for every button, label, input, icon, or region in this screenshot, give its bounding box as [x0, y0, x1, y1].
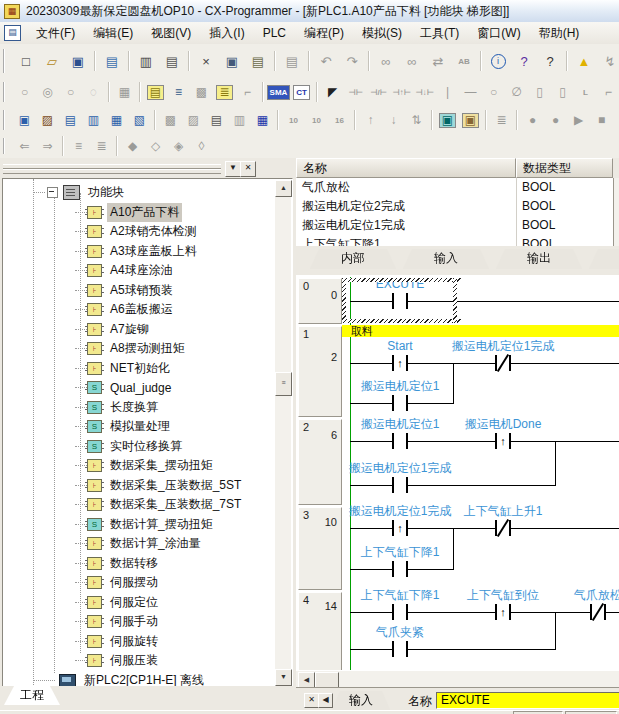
program-check-icon[interactable]: ↯: [598, 49, 619, 73]
collapse-icon[interactable]: [47, 187, 58, 198]
grid-icon[interactable]: ▦: [114, 82, 135, 103]
column-header-datatype[interactable]: 数据类型: [516, 158, 613, 178]
set-value-icon[interactable]: ↑: [360, 110, 381, 131]
save-icon[interactable]: ▣: [66, 49, 90, 73]
monitor-signed-decimal-icon[interactable]: 10: [306, 110, 327, 131]
rung-comment-bar[interactable]: 取料: [342, 325, 619, 337]
block-comment-icon[interactable]: ≡: [68, 136, 89, 157]
column-header-name[interactable]: 名称: [296, 158, 516, 178]
menu-工具T[interactable]: 工具(T): [411, 23, 468, 44]
instruction-icon[interactable]: ▯: [552, 82, 573, 103]
menu-窗口W[interactable]: 窗口(W): [468, 23, 529, 44]
tree-item-fb[interactable]: ⊦伺服旋转: [3, 632, 275, 652]
tab-输入[interactable]: 输入: [403, 249, 489, 269]
tree-item-fb[interactable]: S数据计算_摆动扭矩: [3, 515, 275, 535]
force-value-icon[interactable]: ⇅: [406, 110, 427, 131]
coil-icon[interactable]: ○: [483, 82, 504, 103]
tree-item-fb[interactable]: ⊦伺服摆动: [3, 573, 275, 593]
tree-item-fb[interactable]: ⊦NET初始化: [3, 359, 275, 379]
tree-item-plc[interactable]: 新PLC2[CP1H-E] 离线: [3, 671, 275, 688]
variable-row[interactable]: 搬运电机定位1完成BOOL: [296, 216, 613, 235]
menu-编辑E[interactable]: 编辑(E): [84, 23, 142, 44]
redo-icon[interactable]: ↷: [340, 49, 364, 73]
panel-grabber[interactable]: [3, 169, 221, 174]
online-monitor-icon[interactable]: ▨: [183, 110, 204, 131]
tree-item-fb[interactable]: ⊦A2球销壳体检测: [3, 222, 275, 242]
online-edit-icon[interactable]: ▣: [460, 110, 481, 131]
scroll-up-icon[interactable]: ▲: [275, 180, 292, 197]
print-preview-icon[interactable]: ▤: [160, 49, 184, 73]
replace-icon[interactable]: ⇄: [426, 49, 450, 73]
ladder-horizontal-scrollbar[interactable]: ◀: [296, 670, 619, 688]
toolbar-grabber[interactable]: [3, 138, 10, 155]
variable-row[interactable]: 搬运电机定位2完成BOOL: [296, 197, 613, 216]
corner-down-icon[interactable]: L: [575, 82, 596, 103]
variable-row[interactable]: 气爪放松BOOL: [296, 178, 613, 197]
tab-输出[interactable]: 输出: [496, 249, 582, 269]
tree-item-fb[interactable]: S模拟量处理: [3, 417, 275, 437]
compile-program-icon[interactable]: ▩: [160, 110, 181, 131]
find-icon[interactable]: ∞: [374, 49, 398, 73]
tree-item-fb[interactable]: ⊦数据采集_压装数据_7ST: [3, 495, 275, 515]
tree-item-fb[interactable]: ⊦数据采集_摆动扭矩: [3, 456, 275, 476]
cross-reference-icon[interactable]: ▥: [229, 110, 250, 131]
step-over-icon[interactable]: ◊: [191, 136, 212, 157]
tree-item-function-blocks[interactable]: 功能块: [3, 183, 275, 203]
horizontal-line-icon[interactable]: —: [460, 82, 481, 103]
tree-item-fb[interactable]: ⊦伺服定位: [3, 593, 275, 613]
hierarchy-icon[interactable]: ⌐: [237, 82, 258, 103]
tree-item-fb[interactable]: ⊦伺服压装: [3, 651, 275, 671]
contact-no-icon[interactable]: ⊣⊢: [345, 82, 366, 103]
mdi-child-icon[interactable]: ▤: [4, 25, 21, 41]
variable-table-scrollbar[interactable]: [613, 178, 619, 246]
swap-ab-icon[interactable]: AB: [452, 49, 476, 73]
plc-settings-icon[interactable]: ▥: [83, 110, 104, 131]
reset-value-icon[interactable]: ↓: [383, 110, 404, 131]
monitor-decimal-icon[interactable]: 10: [283, 110, 304, 131]
tree-item-fb[interactable]: ⊦数据采集_压装数据_5ST: [3, 476, 275, 496]
close-icon[interactable]: ✕: [304, 693, 319, 708]
coil-closed-icon[interactable]: ∅: [506, 82, 527, 103]
indent-right-icon[interactable]: ⇒: [37, 136, 58, 157]
tab-内部[interactable]: 内部: [310, 249, 396, 269]
context-help-icon[interactable]: ?: [538, 49, 562, 73]
validate-warning-icon[interactable]: ▲: [572, 49, 596, 73]
toolbar-grabber[interactable]: [3, 82, 10, 102]
stop-simulation-icon[interactable]: ■: [591, 110, 612, 131]
scroll-down-icon[interactable]: ▼: [275, 669, 292, 686]
contact-down-icon[interactable]: ⊣↓⊢: [414, 82, 435, 103]
step-run-icon[interactable]: ◈: [168, 136, 189, 157]
tree-item-fb[interactable]: ⊦A8摆动测扭矩: [3, 339, 275, 359]
tree-scrollbar-thumb[interactable]: ≡: [275, 372, 292, 396]
set-breakpoint-icon[interactable]: ◆: [122, 136, 143, 157]
ladder-rung[interactable]: 取料↑Start搬运电机定位1完成搬运电机定位1: [350, 325, 619, 418]
zoom-tool-icon[interactable]: ○: [14, 82, 35, 103]
rung-comment-icon[interactable]: ≣: [214, 82, 235, 103]
tree-item-fb[interactable]: ⊦A10产品下料: [3, 203, 275, 223]
function-block-invoke-icon[interactable]: ▯: [529, 82, 550, 103]
zoom-fit-icon[interactable]: ◌: [83, 82, 104, 103]
find-next-icon[interactable]: ∞: [400, 49, 424, 73]
pause-monitor-icon[interactable]: ●: [522, 110, 543, 131]
mnemonic-window-icon[interactable]: ▨: [37, 110, 58, 131]
undo-icon[interactable]: ↶: [314, 49, 338, 73]
run-simulation-icon[interactable]: ▶: [568, 110, 589, 131]
tree-item-fb[interactable]: ⊦伺服手动: [3, 612, 275, 632]
tree-item-fb[interactable]: ⊦A7旋铆: [3, 320, 275, 340]
menu-插入I[interactable]: 插入(I): [200, 23, 253, 44]
menu-模拟S[interactable]: 模拟(S): [353, 23, 411, 44]
menu-PLC[interactable]: PLC: [254, 23, 295, 44]
zoom-out-icon[interactable]: ○: [60, 82, 81, 103]
menu-帮助H[interactable]: 帮助(H): [530, 23, 589, 44]
fb-tab-input[interactable]: 输入: [332, 691, 390, 710]
copy-icon[interactable]: ▣: [220, 49, 244, 73]
tree-item-fb[interactable]: ⊦数据转移: [3, 554, 275, 574]
variable-row[interactable]: 上下气缸下降1BOOL: [296, 235, 613, 246]
work-online-icon[interactable]: ▣: [437, 110, 458, 131]
tree-item-fb[interactable]: ⊦A6盖板搬运: [3, 300, 275, 320]
io-table-window-icon[interactable]: ▤: [60, 110, 81, 131]
tab-clipped[interactable]: [589, 249, 619, 269]
toolbar-grabber[interactable]: [3, 49, 10, 73]
memory-window-icon[interactable]: ▦: [106, 110, 127, 131]
address-reference-icon[interactable]: ▦: [252, 110, 273, 131]
